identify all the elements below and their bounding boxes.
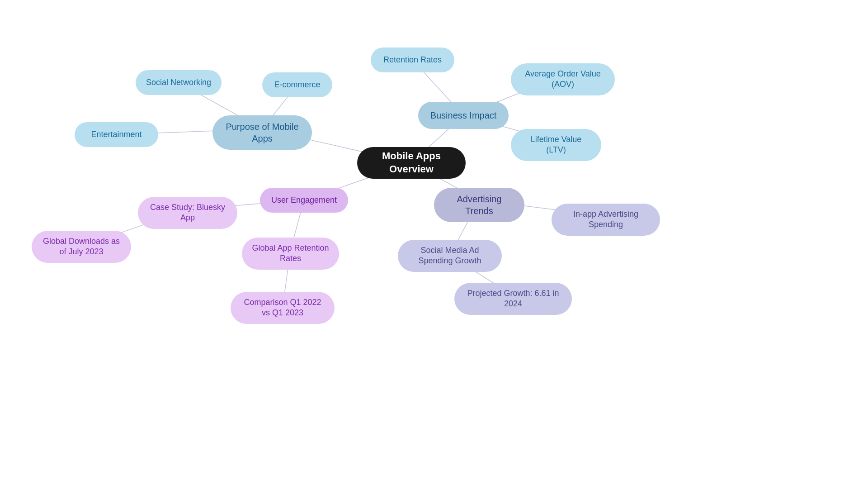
ltv-node[interactable]: Lifetime Value (LTV) [511, 129, 601, 161]
entertainment-node[interactable]: Entertainment [75, 122, 158, 147]
global-retention-node[interactable]: Global App Retention Rates [242, 238, 339, 270]
inapp-advertising-node[interactable]: In-app Advertising Spending [552, 204, 660, 236]
social-media-growth-node[interactable]: Social Media Ad Spending Growth [398, 240, 502, 272]
retention-rates-node[interactable]: Retention Rates [371, 48, 454, 72]
purpose-node[interactable]: Purpose of Mobile Apps [212, 115, 312, 150]
projected-growth-node[interactable]: Projected Growth: 6.61 in 2024 [454, 283, 572, 315]
advertising-trends-node[interactable]: Advertising Trends [434, 188, 524, 222]
global-downloads-node[interactable]: Global Downloads as of July 2023 [32, 231, 131, 263]
ecommerce-node[interactable]: E-commerce [262, 72, 332, 97]
user-engagement-node[interactable]: User Engagement [260, 188, 348, 213]
case-study-node[interactable]: Case Study: Bluesky App [138, 197, 237, 229]
center-node[interactable]: Mobile Apps Overview [357, 147, 466, 179]
business-impact-node[interactable]: Business Impact [418, 102, 509, 129]
social-networking-node[interactable]: Social Networking [136, 70, 222, 95]
comparison-node[interactable]: Comparison Q1 2022 vs Q1 2023 [231, 292, 335, 324]
aov-node[interactable]: Average Order Value (AOV) [511, 63, 615, 95]
